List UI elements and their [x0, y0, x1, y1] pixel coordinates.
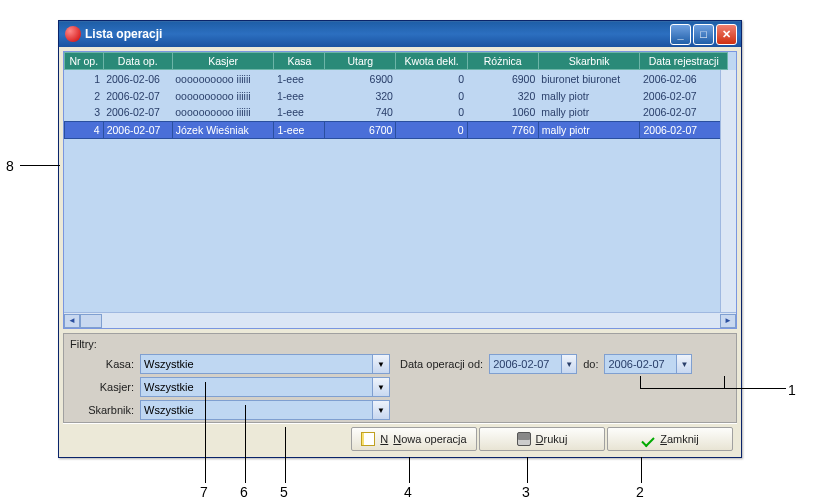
table-cell: 1-eee	[274, 70, 325, 87]
table-cell: Józek Wieśniak	[172, 121, 274, 138]
table-cell: 2006-02-06	[640, 70, 728, 87]
table-cell: 2	[65, 87, 104, 104]
date-to-value: 2006-02-07	[608, 358, 664, 370]
table-cell: 1-eee	[274, 104, 325, 121]
callout-5: 5	[280, 484, 288, 500]
date-from-input[interactable]: 2006-02-07 ▼	[489, 354, 577, 374]
kasjer-label: Kasjer:	[70, 381, 140, 393]
date-to-input[interactable]: 2006-02-07 ▼	[604, 354, 692, 374]
table-cell: 2006-02-07	[103, 87, 172, 104]
close-panel-button[interactable]: Zamknij	[607, 427, 733, 451]
column-header[interactable]: Data op.	[103, 53, 172, 70]
callout-1: 1	[788, 382, 796, 398]
table-cell: 0	[396, 87, 467, 104]
chevron-down-icon[interactable]: ▼	[372, 355, 389, 373]
chevron-down-icon[interactable]: ▼	[372, 378, 389, 396]
data-grid[interactable]: Nr op.Data op.KasjerKasaUtargKwota dekl.…	[63, 51, 737, 329]
maximize-button[interactable]: □	[693, 24, 714, 45]
print-button-label: Drukuj	[536, 433, 568, 445]
new-operation-button[interactable]: NNowa operacja Nowa operacja	[351, 427, 477, 451]
check-icon	[641, 432, 655, 446]
table-cell: 3	[65, 104, 104, 121]
skarbnik-combo[interactable]: Wszystkie ▼	[140, 400, 390, 420]
callout-8: 8	[6, 158, 14, 174]
column-header[interactable]: Utarg	[325, 53, 396, 70]
kasa-label: Kasa:	[70, 358, 140, 370]
callout-2: 2	[636, 484, 644, 500]
skarbnik-label: Skarbnik:	[70, 404, 140, 416]
print-button[interactable]: Drukuj	[479, 427, 605, 451]
chevron-down-icon[interactable]: ▼	[676, 355, 691, 373]
chevron-down-icon[interactable]: ▼	[561, 355, 576, 373]
table-cell: oooooooooo iiiiii	[172, 87, 274, 104]
vertical-scrollbar[interactable]	[720, 70, 736, 312]
date-from-label: Data operacji od:	[400, 358, 483, 370]
callout-4: 4	[404, 484, 412, 500]
scroll-thumb[interactable]	[80, 314, 102, 328]
table-row[interactable]: 32006-02-07oooooooooo iiiiii1-eee7400106…	[65, 104, 728, 121]
minimize-button[interactable]: _	[670, 24, 691, 45]
filters-panel: Filtry: Kasa: Wszystkie ▼ Kasjer: Wszyst…	[63, 333, 737, 423]
table-cell: 1-eee	[274, 121, 325, 138]
kasjer-combo[interactable]: Wszystkie ▼	[140, 377, 390, 397]
table-cell: 1-eee	[274, 87, 325, 104]
table-cell: mally piotr	[538, 104, 640, 121]
skarbnik-value: Wszystkie	[144, 404, 194, 416]
horizontal-scrollbar[interactable]: ◄ ►	[64, 312, 736, 328]
table-cell: 2006-02-07	[103, 104, 172, 121]
content-area: Nr op.Data op.KasjerKasaUtargKwota dekl.…	[59, 47, 741, 457]
callout-3: 3	[522, 484, 530, 500]
column-header[interactable]: Data rejestracji	[640, 53, 728, 70]
close-button[interactable]: ✕	[716, 24, 737, 45]
table-cell: 320	[467, 87, 538, 104]
chevron-down-icon[interactable]: ▼	[372, 401, 389, 419]
callout-7: 7	[200, 484, 208, 500]
table-row[interactable]: 42006-02-07Józek Wieśniak1-eee670007760m…	[65, 121, 728, 138]
table-cell: mally piotr	[538, 87, 640, 104]
table-cell: 0	[396, 104, 467, 121]
callout-6: 6	[240, 484, 248, 500]
column-header[interactable]: Kasa	[274, 53, 325, 70]
table-cell: 740	[325, 104, 396, 121]
column-header[interactable]: Skarbnik	[538, 53, 640, 70]
table-cell: 320	[325, 87, 396, 104]
date-from-value: 2006-02-07	[493, 358, 549, 370]
column-header[interactable]: Kasjer	[172, 53, 274, 70]
column-header[interactable]: Kwota dekl.	[396, 53, 467, 70]
table-cell: 2006-02-07	[103, 121, 172, 138]
button-bar: NNowa operacja Nowa operacja Drukuj Zamk…	[63, 423, 737, 453]
table-cell: 7760	[467, 121, 538, 138]
table-cell: oooooooooo iiiiii	[172, 104, 274, 121]
app-icon	[65, 26, 81, 42]
table-cell: biuronet biuronet	[538, 70, 640, 87]
table-cell: 2006-02-07	[640, 104, 728, 121]
table-cell: 2006-02-06	[103, 70, 172, 87]
table-cell: 1060	[467, 104, 538, 121]
table-cell: 0	[396, 70, 467, 87]
window-title: Lista operacji	[85, 27, 668, 41]
column-header[interactable]: Różnica	[467, 53, 538, 70]
titlebar: Lista operacji _ □ ✕	[59, 21, 741, 47]
table-row[interactable]: 22006-02-07oooooooooo iiiiii1-eee3200320…	[65, 87, 728, 104]
table-cell: 0	[396, 121, 467, 138]
grid-header[interactable]: Nr op.Data op.KasjerKasaUtargKwota dekl.…	[65, 53, 728, 70]
filters-title: Filtry:	[70, 338, 730, 350]
kasjer-value: Wszystkie	[144, 381, 194, 393]
table-cell: 6900	[467, 70, 538, 87]
kasa-combo[interactable]: Wszystkie ▼	[140, 354, 390, 374]
table-cell: 1	[65, 70, 104, 87]
page-icon	[361, 432, 375, 446]
column-header[interactable]: Nr op.	[65, 53, 104, 70]
print-icon	[517, 432, 531, 446]
scroll-left-arrow[interactable]: ◄	[64, 314, 80, 328]
table-cell: 6900	[325, 70, 396, 87]
table-cell: 2006-02-07	[640, 121, 728, 138]
date-to-label: do:	[583, 358, 598, 370]
table-cell: 2006-02-07	[640, 87, 728, 104]
table-row[interactable]: 12006-02-06oooooooooo iiiiii1-eee6900069…	[65, 70, 728, 87]
app-window: Lista operacji _ □ ✕ Nr op.Data op.Kasje…	[58, 20, 742, 458]
scroll-right-arrow[interactable]: ►	[720, 314, 736, 328]
table-cell: 4	[65, 121, 104, 138]
new-button-label: Nowa operacja	[393, 433, 466, 445]
table-cell: 6700	[325, 121, 396, 138]
